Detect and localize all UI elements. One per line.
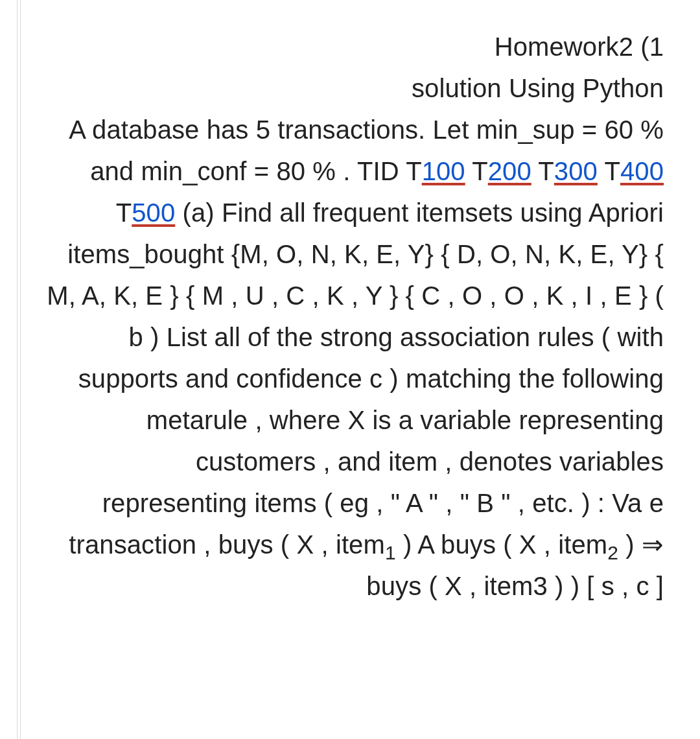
title-line-1: Homework2 (1 [495,32,664,61]
subscript-2: 2 [607,542,618,563]
body-text-2: (a) Find all frequent itemsets using Apr… [47,198,664,559]
tid-t100[interactable]: T100 [406,157,465,185]
tid-t300[interactable]: T300 [538,157,598,185]
title-line-2: solution Using Python [412,74,664,102]
body-text-4: ) [618,530,642,559]
tid-t500[interactable]: T500 [116,198,176,227]
tid-t400[interactable]: T400 [604,157,664,185]
left-margin-rule [17,0,21,739]
tid-t200[interactable]: T200 [472,157,531,185]
body-text-3: ) A buys ( X , item [396,530,608,559]
body-text-5: buys ( X , item3 ) ) [ s , c ] [366,572,664,600]
document-page: Homework2 (1 solution Using Python A dat… [0,0,700,739]
subscript-1: 1 [385,542,396,563]
document-body: Homework2 (1 solution Using Python A dat… [45,26,664,607]
implies-arrow: ⇒ [642,524,664,565]
